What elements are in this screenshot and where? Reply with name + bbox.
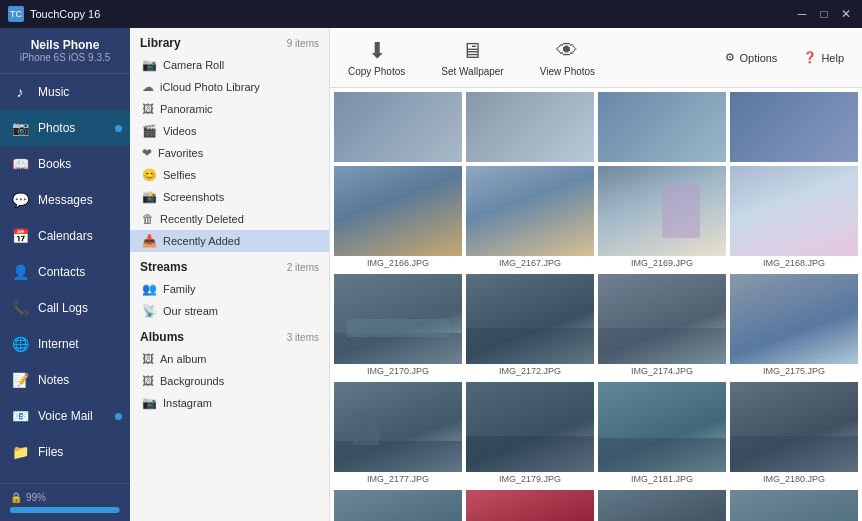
- lib-item-panoramic[interactable]: 🖼 Panoramic: [130, 98, 329, 120]
- lib-item-an-album[interactable]: 🖼 An album: [130, 348, 329, 370]
- progress-icon: 🔒: [10, 492, 22, 503]
- photo-item-12[interactable]: [334, 490, 462, 521]
- copy-photos-icon: ⬇: [368, 38, 386, 64]
- nav-sidebar: Neils Phone iPhone 6S iOS 9.3.5 ♪ Music …: [0, 28, 130, 521]
- backgrounds-icon: 🖼: [142, 374, 154, 388]
- photo-item-11[interactable]: IMG_2180.JPG: [730, 382, 858, 486]
- lib-item-camera-roll[interactable]: 📷 Camera Roll: [130, 54, 329, 76]
- photo-thumb-1: [466, 166, 594, 256]
- lib-label-recently-deleted: Recently Deleted: [160, 213, 244, 225]
- lib-item-videos[interactable]: 🎬 Videos: [130, 120, 329, 142]
- albums-section-header: Albums 3 items: [130, 322, 329, 348]
- sidebar-item-call-logs[interactable]: 📞 Call Logs: [0, 290, 130, 326]
- lib-item-our-stream[interactable]: 📡 Our stream: [130, 300, 329, 322]
- set-wallpaper-button[interactable]: 🖥 Set Wallpaper: [433, 34, 511, 81]
- photo-item-9[interactable]: IMG_2179.JPG: [466, 382, 594, 486]
- copy-photos-button[interactable]: ⬇ Copy Photos: [340, 34, 413, 81]
- sidebar-item-photos[interactable]: 📷 Photos: [0, 110, 130, 146]
- photo-label-5: IMG_2172.JPG: [499, 364, 561, 378]
- lib-item-icloud[interactable]: ☁ iCloud Photo Library: [130, 76, 329, 98]
- sidebar-item-messages[interactable]: 💬 Messages: [0, 182, 130, 218]
- device-info: Neils Phone iPhone 6S iOS 9.3.5: [0, 28, 130, 74]
- lib-item-recently-added[interactable]: 📥 Recently Added: [130, 230, 329, 252]
- photo-label-9: IMG_2179.JPG: [499, 472, 561, 486]
- photo-item-8[interactable]: IMG_2177.JPG: [334, 382, 462, 486]
- photo-item-top-2[interactable]: [466, 92, 594, 162]
- photo-item-1[interactable]: IMG_2167.JPG: [466, 166, 594, 270]
- lib-item-favorites[interactable]: ❤ Favorites: [130, 142, 329, 164]
- lib-label-panoramic: Panoramic: [160, 103, 213, 115]
- photo-label-1: IMG_2167.JPG: [499, 256, 561, 270]
- music-icon: ♪: [10, 82, 30, 102]
- maximize-button[interactable]: □: [816, 6, 832, 22]
- help-button[interactable]: ❓ Help: [795, 48, 852, 67]
- photo-item-0[interactable]: IMG_2166.JPG: [334, 166, 462, 270]
- favorites-icon: ❤: [142, 146, 152, 160]
- help-label: Help: [821, 52, 844, 64]
- lib-item-backgrounds[interactable]: 🖼 Backgrounds: [130, 370, 329, 392]
- lib-label-selfies: Selfies: [163, 169, 196, 181]
- sidebar-item-files[interactable]: 📁 Files: [0, 434, 130, 470]
- sidebar-item-music[interactable]: ♪ Music: [0, 74, 130, 110]
- set-wallpaper-icon: 🖥: [461, 38, 483, 64]
- photo-item-top-4[interactable]: [730, 92, 858, 162]
- photo-label-4: IMG_2170.JPG: [367, 364, 429, 378]
- photo-item-5[interactable]: IMG_2172.JPG: [466, 274, 594, 378]
- photo-item-3[interactable]: IMG_2168.JPG: [730, 166, 858, 270]
- photo-item-4[interactable]: IMG_2170.JPG: [334, 274, 462, 378]
- calendars-icon: 📅: [10, 226, 30, 246]
- app-container: Neils Phone iPhone 6S iOS 9.3.5 ♪ Music …: [0, 28, 862, 521]
- notes-icon: 📝: [10, 370, 30, 390]
- photo-item-top-1[interactable]: [334, 92, 462, 162]
- app-icon: TC: [8, 6, 24, 22]
- an-album-icon: 🖼: [142, 352, 154, 366]
- panoramic-icon: 🖼: [142, 102, 154, 116]
- lib-item-selfies[interactable]: 😊 Selfies: [130, 164, 329, 186]
- photo-item-2[interactable]: IMG_2169.JPG: [598, 166, 726, 270]
- sidebar-label-internet: Internet: [38, 337, 79, 351]
- close-button[interactable]: ✕: [838, 6, 854, 22]
- lib-item-instagram[interactable]: 📷 Instagram: [130, 392, 329, 414]
- lib-label-favorites: Favorites: [158, 147, 203, 159]
- voice-mail-dot: [115, 413, 122, 420]
- photo-item-top-3[interactable]: [598, 92, 726, 162]
- screenshots-icon: 📸: [142, 190, 157, 204]
- photo-thumb-7: [730, 274, 858, 364]
- minimize-button[interactable]: ─: [794, 6, 810, 22]
- photo-thumb-15: [730, 490, 858, 521]
- lib-label-videos: Videos: [163, 125, 196, 137]
- photo-thumb-0: [334, 166, 462, 256]
- device-model: iPhone 6S iOS 9.3.5: [8, 52, 122, 63]
- options-button[interactable]: ⚙ Options: [717, 48, 785, 67]
- photos-dot: [115, 125, 122, 132]
- sidebar-item-internet[interactable]: 🌐 Internet: [0, 326, 130, 362]
- photo-item-15[interactable]: [730, 490, 858, 521]
- lib-item-family[interactable]: 👥 Family: [130, 278, 329, 300]
- sidebar-item-calendars[interactable]: 📅 Calendars: [0, 218, 130, 254]
- photo-item-10[interactable]: IMG_2181.JPG: [598, 382, 726, 486]
- sidebar-label-notes: Notes: [38, 373, 69, 387]
- selfies-icon: 😊: [142, 168, 157, 182]
- photo-thumb-3: [730, 166, 858, 256]
- sidebar-item-contacts[interactable]: 👤 Contacts: [0, 254, 130, 290]
- contacts-icon: 👤: [10, 262, 30, 282]
- photo-item-14[interactable]: [598, 490, 726, 521]
- sidebar-label-calendars: Calendars: [38, 229, 93, 243]
- sidebar-item-books[interactable]: 📖 Books: [0, 146, 130, 182]
- sidebar-item-voice-mail[interactable]: 📧 Voice Mail: [0, 398, 130, 434]
- view-photos-button[interactable]: 👁 View Photos: [532, 34, 603, 81]
- photo-label-3: IMG_2168.JPG: [763, 256, 825, 270]
- photo-thumb-14: [598, 490, 726, 521]
- lib-item-recently-deleted[interactable]: 🗑 Recently Deleted: [130, 208, 329, 230]
- sidebar-item-notes[interactable]: 📝 Notes: [0, 362, 130, 398]
- progress-bar-fill: [10, 507, 119, 513]
- lib-label-our-stream: Our stream: [163, 305, 218, 317]
- lib-item-screenshots[interactable]: 📸 Screenshots: [130, 186, 329, 208]
- photo-item-13[interactable]: [466, 490, 594, 521]
- photo-item-6[interactable]: IMG_2174.JPG: [598, 274, 726, 378]
- internet-icon: 🌐: [10, 334, 30, 354]
- photo-grid: IMG_2166.JPG IMG_2167.JPG IMG_2169.JPG: [334, 166, 858, 521]
- photo-label-7: IMG_2175.JPG: [763, 364, 825, 378]
- photo-item-7[interactable]: IMG_2175.JPG: [730, 274, 858, 378]
- help-icon: ❓: [803, 51, 817, 64]
